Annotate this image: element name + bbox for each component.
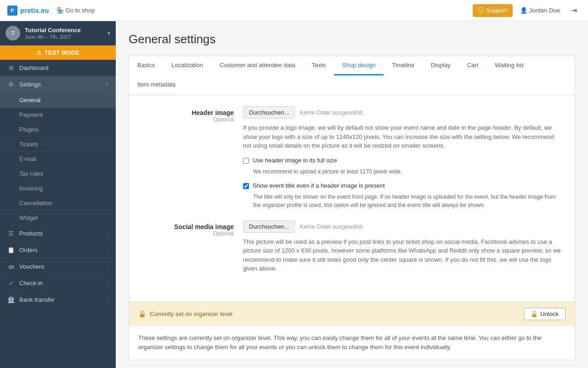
vouchers-chevron-icon: ‹ (107, 264, 108, 270)
test-mode-label: TEST MODE (45, 49, 79, 56)
warning-icon: ⚠ (36, 49, 42, 56)
header-image-desc: If you provide a logo image, we will by … (243, 123, 562, 150)
page-title: General settings (129, 32, 575, 46)
vouchers-icon: 🎟 (7, 263, 15, 270)
checkbox-showtitle[interactable] (243, 183, 249, 189)
sidebar-subitem-general[interactable]: General (0, 93, 116, 108)
sidebar-label-products: Products (19, 230, 102, 237)
checkin-chevron-icon: ‹ (107, 281, 108, 286)
brand-logo[interactable]: P pretix.eu (7, 6, 49, 16)
sidebar-subitem-payment[interactable]: Payment (0, 108, 116, 122)
sidebar-label-vouchers: Vouchers (19, 263, 102, 270)
social-image-control: Durchsuchen... Keine Datei ausgewählt. T… (243, 220, 562, 280)
tab-texts[interactable]: Texts (304, 56, 334, 75)
sidebar-subitem-tickets[interactable]: Tickets (0, 137, 116, 152)
orders-chevron-icon: ‹ (107, 247, 108, 253)
checkin-icon: ✓ (7, 280, 15, 287)
header-image-row: Header image Optional Durchsuchen... Kei… (142, 106, 562, 209)
shop-icon: 🏪 (57, 7, 64, 14)
sidebar-item-products[interactable]: ☰ Products ‹ (0, 225, 116, 242)
products-icon: ☰ (7, 230, 15, 237)
logout-icon: ⇥ (571, 6, 577, 14)
lock-banner-message: Currently set on organizer level (150, 310, 232, 317)
checkbox-fullsize-desc: We recommend to upload a picture at leas… (253, 167, 562, 176)
sidebar-nav: ⊞ Dashboard ⚙ Settings ▾ General Payment… (0, 60, 116, 368)
content-area: General settings Basics Localization Cus… (116, 21, 588, 368)
orders-icon: 📋 (7, 247, 15, 253)
social-image-filename: Keine Datei ausgewählt. (300, 223, 364, 230)
lock-banner: 🔒 Currently set on organizer level 🔓 Unl… (129, 302, 575, 326)
unlock-button[interactable]: 🔓 Unlock (524, 308, 565, 320)
settings-tabs: Basics Localization Customer and attende… (129, 56, 575, 95)
event-icon: T (6, 26, 20, 40)
sidebar-label-dashboard: Dashboard (19, 64, 108, 71)
social-image-row: Social media image Optional Durchsuchen.… (142, 220, 562, 280)
tab-waitinglist[interactable]: Waiting list (486, 56, 531, 75)
sidebar-item-dashboard[interactable]: ⊞ Dashboard (0, 60, 116, 76)
checkbox-showtitle-desc: The title will only be shown on the even… (253, 193, 562, 209)
settings-section-main: Header image Optional Durchsuchen... Kei… (129, 95, 575, 302)
user-menu[interactable]: 👤 Jordan Doe (520, 7, 560, 14)
tab-customer[interactable]: Customer and attendee data (211, 56, 304, 75)
banktransfer-chevron-icon: ‹ (107, 297, 108, 303)
checkbox-fullsize-label[interactable]: Use header image in its full size (253, 157, 337, 164)
header-image-browse-btn[interactable]: Durchsuchen... (243, 106, 295, 119)
sidebar-subitem-email[interactable]: E-mail (0, 152, 116, 167)
tab-localization[interactable]: Localization (163, 56, 211, 75)
sidebar-subitem-plugins[interactable]: Plugins (0, 122, 116, 137)
checkbox-showtitle-label[interactable]: Show event title even if a header image … (253, 182, 385, 189)
user-label: Jordan Doe (529, 7, 560, 14)
sidebar-subitem-widget[interactable]: Widget (0, 211, 116, 225)
header-image-control: Durchsuchen... Keine Datei ausgewählt. I… (243, 106, 562, 209)
event-selector[interactable]: T Tutorial Conference June 4th – 7th, 20… (0, 21, 116, 46)
social-image-label-sub: Optional (142, 230, 234, 237)
sidebar-subitem-invoicing[interactable]: Invoicing (0, 181, 116, 196)
social-image-browse-btn[interactable]: Durchsuchen... (243, 220, 295, 233)
checkbox-fullsize[interactable] (243, 158, 249, 164)
tab-display[interactable]: Display (423, 56, 459, 75)
sidebar-item-vouchers[interactable]: 🎟 Vouchers ‹ (0, 259, 116, 275)
test-mode-banner: ⚠ TEST MODE (0, 46, 116, 60)
user-icon: 👤 (520, 7, 527, 14)
unlock-icon: 🔓 (531, 310, 538, 317)
settings-chevron-icon: ▾ (106, 81, 108, 87)
tab-timeline[interactable]: Timeline (384, 56, 423, 75)
event-title: Tutorial Conference (25, 27, 103, 34)
tab-shopdesign[interactable]: Shop design (334, 56, 384, 75)
sidebar-subitem-cancellation[interactable]: Cancellation (0, 196, 116, 211)
brand-name: pretix.eu (20, 6, 49, 14)
tab-itemmetadata[interactable]: Item metadata (129, 75, 184, 95)
main-layout: T Tutorial Conference June 4th – 7th, 20… (0, 21, 588, 368)
sidebar-item-checkin[interactable]: ✓ Check-in ‹ (0, 275, 116, 292)
social-image-file-row: Durchsuchen... Keine Datei ausgewählt. (243, 220, 562, 233)
brand-icon: P (7, 6, 17, 16)
social-image-label-main: Social media image (142, 223, 234, 230)
logout-button[interactable]: ⇥ (567, 4, 581, 17)
goto-shop-link[interactable]: 🏪 Go to shop (57, 7, 95, 14)
support-label: Support (486, 7, 507, 14)
header-image-filename: Keine Datei ausgewählt. (300, 109, 364, 116)
sidebar-item-banktransfer[interactable]: 🏦 Bank transfer ‹ (0, 292, 116, 308)
header-image-label-main: Header image (142, 109, 234, 116)
header-image-file-row: Durchsuchen... Keine Datei ausgewählt. (243, 106, 562, 119)
goto-shop-label: Go to shop (66, 7, 95, 14)
sidebar-label-banktransfer: Bank transfer (19, 296, 102, 303)
sidebar-subitem-taxrules[interactable]: Tax rules (0, 167, 116, 181)
lock-banner-left: 🔒 Currently set on organizer level (138, 310, 232, 317)
sidebar-label-checkin: Check-in (19, 280, 102, 287)
banktransfer-icon: 🏦 (7, 296, 15, 303)
sidebar: T Tutorial Conference June 4th – 7th, 20… (0, 21, 116, 368)
event-chevron-icon: ▾ (107, 30, 110, 36)
social-image-desc: This picture will be used as a preview i… (243, 237, 562, 273)
sidebar-label-orders: Orders (19, 247, 102, 253)
header-image-label-sub: Optional (142, 116, 234, 123)
tab-basics[interactable]: Basics (129, 56, 163, 75)
checkbox-showtitle-row: Show event title even if a header image … (243, 182, 562, 189)
tab-cart[interactable]: Cart (459, 56, 487, 75)
products-chevron-icon: ‹ (107, 231, 108, 236)
sidebar-item-settings[interactable]: ⚙ Settings ▾ (0, 76, 116, 93)
lock-icon: 🔒 (138, 310, 146, 317)
sidebar-label-settings: Settings (19, 81, 101, 88)
sidebar-item-orders[interactable]: 📋 Orders ‹ (0, 242, 116, 259)
support-button[interactable]: ⓘ Support (473, 4, 513, 17)
